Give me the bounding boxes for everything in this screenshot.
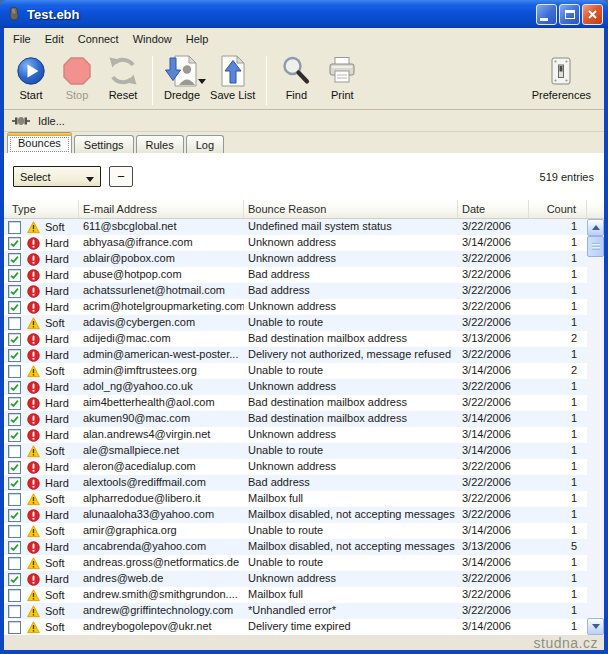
table-row[interactable]: Hardadol_ng@yahoo.co.ukUnknown address3/…	[4, 379, 587, 395]
find-button[interactable]: Find	[273, 52, 319, 109]
table-row[interactable]: Softandrew.smith@smithgrundon....Mailbox…	[4, 587, 587, 603]
hard-bounce-icon	[27, 285, 40, 298]
status-text: Idle...	[38, 115, 65, 127]
type-cell: Soft	[4, 363, 79, 379]
row-checkbox[interactable]	[8, 445, 21, 458]
table-row[interactable]: Softalpharredodue@libero.itMailbox full3…	[4, 491, 587, 507]
table-row[interactable]: Hardakumen90@mac.comBad destination mail…	[4, 411, 587, 427]
row-checkbox[interactable]	[8, 365, 21, 378]
menu-edit[interactable]: Edit	[38, 30, 71, 48]
hard-bounce-icon	[27, 397, 40, 410]
date-cell: 3/22/2006	[458, 491, 529, 507]
type-cell: Hard	[4, 475, 79, 491]
scroll-down-button[interactable]	[587, 618, 604, 635]
table-row[interactable]: Hardabhyasa@ifrance.comUnknown address3/…	[4, 235, 587, 251]
tab-log[interactable]: Log	[186, 135, 224, 153]
vertical-scrollbar[interactable]	[587, 219, 604, 635]
row-checkbox[interactable]	[8, 589, 21, 602]
reset-button[interactable]: Reset	[100, 52, 146, 109]
tab-settings[interactable]: Settings	[74, 135, 134, 153]
table-row[interactable]: Hardablair@pobox.comUnknown address3/22/…	[4, 251, 587, 267]
table-row[interactable]: Hardaim4betterhealth@aol.comBad destinat…	[4, 395, 587, 411]
column-header-count[interactable]: Count	[529, 200, 587, 218]
row-checkbox[interactable]	[8, 605, 21, 618]
menu-connect[interactable]: Connect	[71, 30, 126, 48]
menu-window[interactable]: Window	[126, 30, 179, 48]
row-checkbox[interactable]	[8, 413, 21, 426]
row-checkbox[interactable]	[8, 317, 21, 330]
type-cell: Soft	[4, 315, 79, 331]
column-header-date[interactable]: Date	[458, 200, 529, 218]
table-row[interactable]: Hardadmin@american-west-poster...Deliver…	[4, 347, 587, 363]
row-checkbox[interactable]	[8, 557, 21, 570]
type-cell: Hard	[4, 459, 79, 475]
row-checkbox[interactable]	[8, 285, 21, 298]
menu-file[interactable]: File	[6, 30, 38, 48]
bounce-type-label: Soft	[45, 620, 65, 635]
row-checkbox[interactable]	[8, 509, 21, 522]
table-row[interactable]: Hardancabrenda@yahoo.comMailbox disabled…	[4, 539, 587, 555]
column-header-email[interactable]: E-mail Address	[79, 200, 244, 218]
row-checkbox[interactable]	[8, 621, 21, 634]
row-checkbox[interactable]	[8, 381, 21, 394]
row-checkbox[interactable]	[8, 541, 21, 554]
preferences-button[interactable]: Preferences	[527, 52, 596, 109]
start-button[interactable]: Start	[8, 52, 54, 109]
type-cell: Hard	[4, 251, 79, 267]
scrollbar-thumb[interactable]	[587, 236, 604, 257]
row-checkbox[interactable]	[8, 349, 21, 362]
row-checkbox[interactable]	[8, 477, 21, 490]
table-row[interactable]: Hardalunaaloha33@yahoo.comMailbox disabl…	[4, 507, 587, 523]
table-row[interactable]: Softadavis@cybergen.comUnable to route3/…	[4, 315, 587, 331]
row-checkbox[interactable]	[8, 221, 21, 234]
row-checkbox[interactable]	[8, 269, 21, 282]
stop-button[interactable]: Stop	[54, 52, 100, 109]
date-cell: 3/22/2006	[458, 267, 529, 283]
email-cell: amir@graphica.org	[79, 523, 244, 539]
table-row[interactable]: Softandreybogolepov@ukr.netDelivery time…	[4, 619, 587, 635]
maximize-icon	[565, 10, 575, 19]
table-row[interactable]: Softale@smallpiece.netUnable to route3/1…	[4, 443, 587, 459]
print-button[interactable]: Print	[319, 52, 365, 109]
column-header-type[interactable]: Type	[4, 200, 79, 218]
hard-bounce-icon	[27, 429, 40, 442]
row-checkbox[interactable]	[8, 237, 21, 250]
table-row[interactable]: Softandrew@griffintechnology.com*Unhandl…	[4, 603, 587, 619]
row-checkbox[interactable]	[8, 493, 21, 506]
minimize-button[interactable]	[536, 4, 557, 25]
email-cell: ancabrenda@yahoo.com	[79, 539, 244, 555]
column-header-reason[interactable]: Bounce Reason	[244, 200, 458, 218]
dredge-button[interactable]: Dredge	[159, 52, 205, 109]
table-row[interactable]: Hardandres@web.deUnknown address3/22/200…	[4, 571, 587, 587]
row-checkbox[interactable]	[8, 397, 21, 410]
row-checkbox[interactable]	[8, 253, 21, 266]
row-checkbox[interactable]	[8, 333, 21, 346]
table-row[interactable]: Softadmin@imftrustees.orgUnable to route…	[4, 363, 587, 379]
save-list-button[interactable]: Save List	[205, 52, 260, 109]
table-row[interactable]: Hardalan.andrews4@virgin.netUnknown addr…	[4, 427, 587, 443]
close-button[interactable]	[582, 4, 603, 25]
table-row[interactable]: Hardabuse@hotpop.comBad address3/22/2006…	[4, 267, 587, 283]
table-row[interactable]: Hardachatssurlenet@hotmail.comBad addres…	[4, 283, 587, 299]
scroll-up-button[interactable]	[587, 219, 604, 236]
table-row[interactable]: Hardalextools@rediffmail.comBad address3…	[4, 475, 587, 491]
table-row[interactable]: Hardacrim@hotelgroupmarketing.comUnknown…	[4, 299, 587, 315]
tab-bounces[interactable]: Bounces	[7, 132, 72, 153]
table-row[interactable]: Hardaleron@acedialup.comUnknown address3…	[4, 459, 587, 475]
row-checkbox[interactable]	[8, 301, 21, 314]
menu-help[interactable]: Help	[179, 30, 216, 48]
table-row[interactable]: Soft611@sbcglobal.netUndefined mail syst…	[4, 219, 587, 235]
tab-rules[interactable]: Rules	[136, 135, 184, 153]
row-checkbox[interactable]	[8, 461, 21, 474]
row-checkbox[interactable]	[8, 525, 21, 538]
select-dropdown[interactable]: Select	[13, 166, 101, 187]
row-checkbox[interactable]	[8, 429, 21, 442]
table-row[interactable]: Softandreas.gross@netformatics.deUnable …	[4, 555, 587, 571]
table-row[interactable]: Softamir@graphica.orgUnable to route3/14…	[4, 523, 587, 539]
row-checkbox[interactable]	[8, 573, 21, 586]
remove-button[interactable]: −	[109, 166, 133, 187]
dredge-dropdown-icon[interactable]	[198, 79, 206, 84]
maximize-button[interactable]	[559, 4, 580, 25]
table-row[interactable]: Hardadijedi@mac.comBad destination mailb…	[4, 331, 587, 347]
reason-cell: Bad address	[244, 283, 458, 299]
